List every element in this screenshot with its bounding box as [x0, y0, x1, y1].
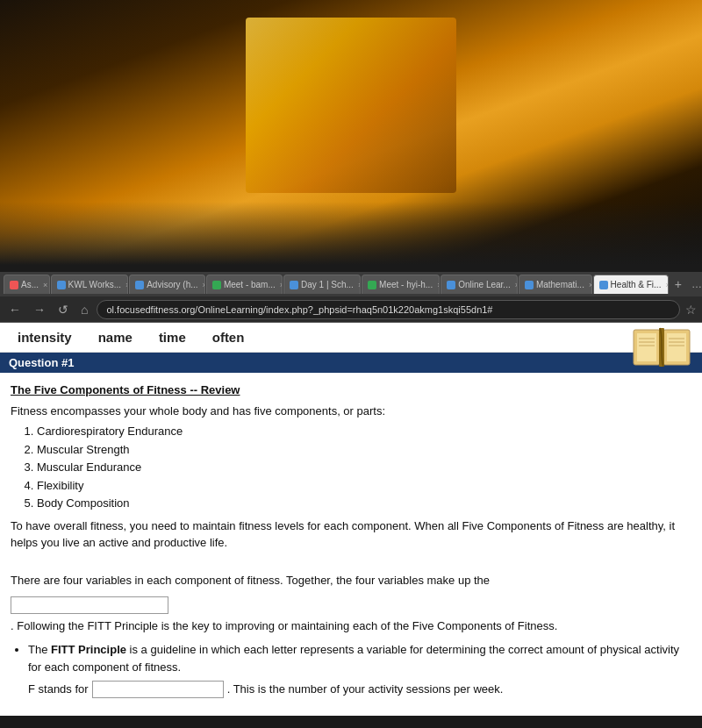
f-stands-row: F stands for . This is the number of you…	[28, 681, 691, 698]
bookmark-star-icon[interactable]: ☆	[685, 303, 697, 317]
tab-4-favicon	[212, 281, 221, 289]
tab-6-close[interactable]: ×	[437, 281, 440, 289]
f-stands-blank-input[interactable]	[92, 681, 224, 698]
word-bank: intensity name time often	[0, 323, 702, 353]
fitt-bold: FITT Principle	[51, 643, 126, 656]
f-stands-post: . This is the number of your activity se…	[227, 681, 504, 698]
fill-blank-row-1: . Following the FITT Principle is the ke…	[11, 596, 691, 635]
tab-8-label: Mathemati...	[536, 280, 584, 289]
tab-8[interactable]: Mathemati... ×	[519, 275, 592, 294]
tab-bar: As... × KWL Works... × Advisory (h... × …	[0, 272, 702, 296]
refresh-button[interactable]: ↺	[54, 301, 72, 318]
tab-7-close[interactable]: ×	[515, 281, 518, 289]
tab-9-favicon	[599, 281, 608, 289]
bullet1-pre: The	[28, 643, 51, 656]
tab-3-favicon	[135, 281, 144, 289]
svg-rect-1	[637, 333, 656, 361]
new-tab-button[interactable]: +	[670, 277, 687, 291]
tab-2-favicon	[57, 281, 66, 289]
paragraph2-text: There are four variables in each compone…	[11, 574, 490, 587]
back-button[interactable]: ←	[5, 301, 25, 318]
list-item-5: Body Composition	[37, 495, 691, 512]
content-title: The Five Components of Fitness -- Review	[11, 382, 691, 399]
tab-1-label: As...	[21, 280, 39, 289]
tab-overflow: …	[691, 278, 702, 290]
fitt-bullet-1: The FITT Principle is a guideline in whi…	[28, 641, 691, 675]
f-stands-pre: F stands for	[28, 681, 89, 698]
bullet1-post: is a guideline in which each letter repr…	[28, 643, 679, 674]
tab-3[interactable]: Advisory (h... ×	[129, 275, 205, 294]
components-list: Cardiorespiratory Endurance Muscular Str…	[37, 423, 691, 512]
tab-2-close[interactable]: ×	[125, 281, 128, 289]
fitt-blank-input[interactable]	[11, 596, 168, 614]
tab-8-favicon	[525, 281, 534, 289]
tab-5-label: Day 1 | Sch...	[301, 280, 354, 289]
word-intensity: intensity	[18, 330, 72, 345]
paragraph2b-text: . Following the FITT Principle is the ke…	[11, 617, 557, 635]
tab-1-close[interactable]: ×	[43, 281, 47, 289]
tab-2[interactable]: KWL Works... ×	[51, 275, 129, 294]
book-icon-container	[630, 325, 693, 370]
word-name: name	[98, 330, 133, 345]
content-intro: Fitness encompasses your whole body and …	[11, 403, 691, 420]
tab-7-favicon	[447, 281, 455, 289]
book-icon	[630, 325, 693, 370]
tab-4[interactable]: Meet - bam... ×	[206, 275, 283, 294]
tab-4-label: Meet - bam...	[224, 280, 276, 289]
tab-9-close[interactable]: ×	[665, 281, 668, 289]
paragraph2: There are four variables in each compone…	[11, 572, 691, 589]
list-item-4: Flexibility	[37, 477, 691, 495]
tab-1-favicon	[10, 281, 18, 289]
tab-6-favicon	[368, 281, 376, 289]
tab-2-label: KWL Works...	[68, 280, 122, 289]
address-input[interactable]	[97, 300, 680, 319]
tab-1[interactable]: As... ×	[4, 275, 50, 294]
tab-5[interactable]: Day 1 | Sch... ×	[283, 275, 361, 294]
list-item-1: Cardiorespiratory Endurance	[37, 423, 691, 440]
tab-7[interactable]: Online Lear... ×	[441, 275, 518, 294]
home-button[interactable]: ⌂	[77, 301, 91, 318]
svg-rect-3	[667, 333, 686, 361]
tab-4-close[interactable]: ×	[280, 281, 283, 289]
address-bar-row: ← → ↺ ⌂ ☆	[0, 296, 702, 323]
tab-6[interactable]: Meet - hyi-h... ×	[362, 275, 440, 294]
tab-5-close[interactable]: ×	[358, 281, 361, 289]
tab-5-favicon	[290, 281, 298, 289]
question-number: Question #1	[9, 356, 74, 369]
list-item-2: Muscular Strength	[37, 441, 691, 459]
word-often: often	[212, 330, 245, 345]
tab-9-label: Health & Fi...	[611, 280, 662, 289]
forward-button[interactable]: →	[30, 301, 49, 318]
content-area: The Five Components of Fitness -- Review…	[0, 382, 702, 716]
tab-7-label: Online Lear...	[458, 280, 510, 289]
paragraph1: To have overall fitness, you need to mai…	[11, 517, 691, 552]
word-time: time	[159, 330, 186, 345]
tab-6-label: Meet - hyi-h...	[379, 280, 433, 289]
fitt-bullets: The FITT Principle is a guideline in whi…	[28, 641, 691, 675]
word-bank-area: intensity name time often	[0, 323, 702, 353]
question-header: Question #1	[0, 353, 702, 373]
page-content: intensity name time often	[0, 323, 702, 716]
background-photo	[0, 0, 702, 272]
list-item-3: Muscular Endurance	[37, 459, 691, 476]
tab-3-label: Advisory (h...	[147, 280, 197, 289]
tab-3-close[interactable]: ×	[203, 281, 205, 289]
tab-9-active[interactable]: Health & Fi... ×	[593, 275, 669, 294]
tab-8-close[interactable]: ×	[589, 281, 592, 289]
